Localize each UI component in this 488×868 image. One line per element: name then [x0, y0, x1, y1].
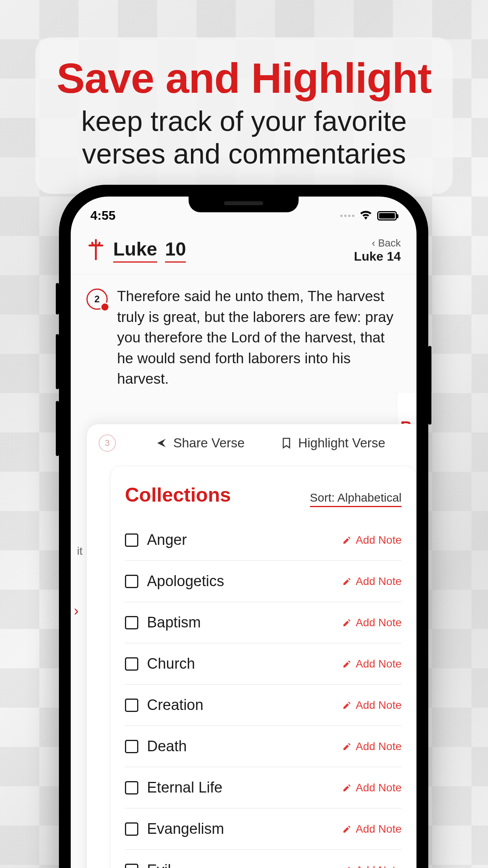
- add-note-label: Add Note: [356, 575, 402, 588]
- collections-header: Collections Sort: Alphabetical: [125, 484, 402, 507]
- sort-button[interactable]: Sort: Alphabetical: [310, 491, 402, 507]
- collection-left: Death: [125, 738, 187, 755]
- edit-icon: [342, 618, 352, 627]
- battery-icon: [377, 211, 397, 221]
- verse-body: 2 Therefore said he unto them, The harve…: [71, 274, 416, 390]
- collection-row[interactable]: Eternal LifeAdd Note: [125, 767, 402, 809]
- back-nav[interactable]: ‹ Back Luke 14: [354, 237, 401, 264]
- add-note-label: Add Note: [356, 823, 402, 835]
- phone-button: [428, 346, 431, 425]
- book-chapter-selector[interactable]: Luke 10: [113, 238, 186, 263]
- phone-speaker: [224, 201, 263, 205]
- add-note-label: Add Note: [356, 699, 402, 712]
- edit-icon: [342, 701, 352, 710]
- collection-checkbox[interactable]: [125, 822, 138, 836]
- status-time: 4:55: [90, 208, 116, 223]
- collections-card: Collections Sort: Alphabetical AngerAdd …: [110, 466, 416, 868]
- back-label: ‹ Back: [354, 237, 401, 249]
- collection-row[interactable]: ApologeticsAdd Note: [125, 561, 402, 602]
- edit-icon: [342, 866, 352, 868]
- collection-name: Evil: [147, 862, 171, 868]
- truncated-text: it: [77, 545, 83, 557]
- collection-checkbox[interactable]: [125, 740, 138, 753]
- edit-icon: [342, 659, 352, 669]
- collection-row[interactable]: BaptismAdd Note: [125, 602, 402, 644]
- collection-name: Anger: [147, 531, 187, 548]
- edit-icon: [342, 577, 352, 586]
- back-reference: Luke 14: [354, 249, 401, 264]
- phone-screen: 4:55 Luke 10: [71, 197, 416, 868]
- add-note-button[interactable]: Add Note: [342, 740, 402, 753]
- collection-left: Church: [125, 655, 195, 672]
- book-name[interactable]: Luke: [113, 238, 157, 263]
- add-note-button[interactable]: Add Note: [342, 616, 402, 629]
- collection-left: Evil: [125, 862, 171, 868]
- edit-icon: [342, 824, 352, 834]
- share-label: Share Verse: [173, 436, 245, 451]
- verse-number: 2: [94, 294, 99, 305]
- collection-checkbox[interactable]: [125, 657, 138, 671]
- verse-action-popover: 3 Share Verse Highlight Verse Collection…: [86, 424, 416, 868]
- share-verse-button[interactable]: Share Verse: [155, 436, 245, 451]
- add-note-button[interactable]: Add Note: [342, 782, 402, 794]
- collection-left: Eternal Life: [125, 779, 222, 796]
- add-note-label: Add Note: [356, 658, 402, 670]
- add-note-button[interactable]: Add Note: [342, 658, 402, 670]
- collection-row[interactable]: CreationAdd Note: [125, 685, 402, 726]
- promo-subtitle: keep track of your favorite verses and c…: [51, 105, 437, 170]
- add-note-button[interactable]: Add Note: [342, 864, 402, 868]
- popover-verse-number: 3: [99, 434, 116, 452]
- collection-name: Church: [147, 655, 195, 672]
- phone-button: [56, 283, 59, 314]
- add-note-label: Add Note: [356, 616, 402, 629]
- collection-left: Evangelism: [125, 820, 224, 837]
- collection-left: Creation: [125, 697, 204, 714]
- edit-icon: [342, 742, 352, 751]
- collection-name: Apologetics: [147, 573, 224, 590]
- nav-left: Luke 10: [86, 238, 186, 263]
- chevron-right-icon[interactable]: ›: [74, 603, 79, 619]
- cell-signal-icon: [340, 215, 354, 217]
- add-note-button[interactable]: Add Note: [342, 575, 402, 588]
- collection-row[interactable]: ChurchAdd Note: [125, 644, 402, 685]
- verse-row[interactable]: 2 Therefore said he unto them, The harve…: [86, 286, 401, 390]
- collection-checkbox[interactable]: [125, 781, 138, 794]
- collection-name: Baptism: [147, 614, 201, 631]
- phone-frame: 4:55 Luke 10: [59, 185, 428, 868]
- collection-checkbox[interactable]: [125, 533, 138, 547]
- verse-number-badge[interactable]: 2: [86, 289, 108, 310]
- add-note-label: Add Note: [356, 740, 402, 753]
- collection-checkbox[interactable]: [125, 864, 138, 868]
- add-note-label: Add Note: [356, 864, 402, 868]
- promo-banner: Save and Highlight keep track of your fa…: [35, 37, 453, 194]
- collection-name: Eternal Life: [147, 779, 222, 796]
- collection-checkbox[interactable]: [125, 575, 138, 588]
- promo-title: Save and Highlight: [51, 57, 437, 99]
- add-note-label: Add Note: [356, 782, 402, 794]
- add-note-button[interactable]: Add Note: [342, 699, 402, 712]
- share-icon: [155, 437, 168, 449]
- collection-name: Evangelism: [147, 820, 224, 837]
- add-note-button[interactable]: Add Note: [342, 534, 402, 546]
- status-right: [340, 208, 397, 223]
- media-indicator-icon: [100, 302, 110, 312]
- verse-text[interactable]: Therefore said he unto them, The harvest…: [117, 286, 401, 390]
- edit-icon: [342, 535, 352, 545]
- collection-row[interactable]: AngerAdd Note: [125, 520, 402, 561]
- popover-actions: 3 Share Verse Highlight Verse: [87, 424, 416, 462]
- add-note-button[interactable]: Add Note: [342, 823, 402, 835]
- cross-icon[interactable]: [86, 239, 105, 262]
- edit-icon: [342, 783, 352, 793]
- chapter-number[interactable]: 10: [165, 238, 186, 263]
- collection-row[interactable]: DeathAdd Note: [125, 726, 402, 767]
- collection-name: Creation: [147, 697, 204, 714]
- collection-left: Baptism: [125, 614, 201, 631]
- collection-checkbox[interactable]: [125, 616, 138, 629]
- collection-checkbox[interactable]: [125, 699, 138, 712]
- highlight-verse-button[interactable]: Highlight Verse: [280, 436, 385, 451]
- phone-button: [56, 334, 59, 389]
- collection-left: Apologetics: [125, 573, 224, 590]
- collection-row[interactable]: EvangelismAdd Note: [125, 809, 402, 850]
- collection-row[interactable]: EvilAdd Note: [125, 850, 402, 868]
- bookmark-icon: [280, 437, 293, 449]
